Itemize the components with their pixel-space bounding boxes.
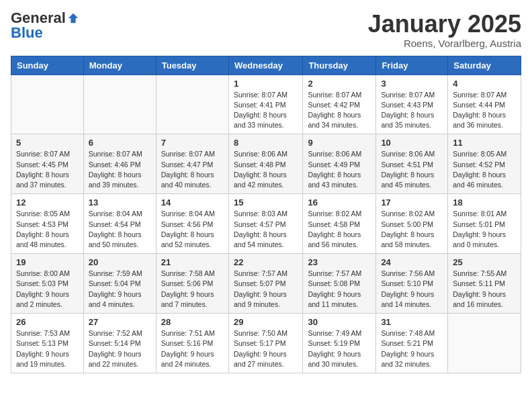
calendar-cell: 4Sunrise: 8:07 AM Sunset: 4:44 PM Daylig… (448, 75, 521, 134)
weekday-header: Saturday (448, 56, 521, 75)
day-info: Sunrise: 8:03 AM Sunset: 4:57 PM Dayligh… (234, 209, 298, 250)
title-block: January 2025 Roens, Vorarlberg, Austria (368, 11, 521, 49)
day-number: 15 (234, 197, 298, 208)
calendar-week-row: 1Sunrise: 8:07 AM Sunset: 4:41 PM Daylig… (11, 75, 521, 134)
day-number: 19 (16, 257, 79, 267)
day-number: 26 (16, 317, 79, 327)
day-number: 4 (453, 79, 516, 89)
day-info: Sunrise: 8:00 AM Sunset: 5:03 PM Dayligh… (16, 269, 79, 310)
calendar-cell: 9Sunrise: 8:06 AM Sunset: 4:49 PM Daylig… (303, 134, 376, 194)
day-info: Sunrise: 8:06 AM Sunset: 4:49 PM Dayligh… (308, 149, 371, 190)
day-number: 5 (16, 138, 79, 148)
day-info: Sunrise: 8:05 AM Sunset: 4:53 PM Dayligh… (16, 209, 79, 250)
day-info: Sunrise: 8:07 AM Sunset: 4:41 PM Dayligh… (234, 90, 298, 131)
day-number: 7 (161, 138, 224, 148)
day-number: 22 (234, 257, 298, 267)
day-info: Sunrise: 8:02 AM Sunset: 4:58 PM Dayligh… (308, 209, 371, 250)
calendar-cell: 17Sunrise: 8:02 AM Sunset: 5:00 PM Dayli… (376, 194, 448, 254)
day-info: Sunrise: 8:07 AM Sunset: 4:47 PM Dayligh… (161, 149, 224, 190)
day-info: Sunrise: 7:55 AM Sunset: 5:11 PM Dayligh… (453, 269, 516, 310)
day-info: Sunrise: 8:04 AM Sunset: 4:56 PM Dayligh… (161, 209, 224, 250)
calendar-cell: 8Sunrise: 8:06 AM Sunset: 4:48 PM Daylig… (228, 134, 302, 194)
day-number: 6 (89, 138, 151, 148)
day-info: Sunrise: 7:51 AM Sunset: 5:16 PM Dayligh… (161, 328, 224, 369)
day-number: 2 (308, 79, 371, 89)
calendar-title: January 2025 (368, 11, 521, 38)
day-info: Sunrise: 7:57 AM Sunset: 5:07 PM Dayligh… (234, 269, 298, 310)
day-info: Sunrise: 8:07 AM Sunset: 4:43 PM Dayligh… (381, 90, 443, 131)
day-info: Sunrise: 7:50 AM Sunset: 5:17 PM Dayligh… (234, 328, 298, 369)
logo-general-text: General (11, 11, 66, 26)
calendar-week-row: 5Sunrise: 8:07 AM Sunset: 4:45 PM Daylig… (11, 134, 521, 194)
calendar-cell: 16Sunrise: 8:02 AM Sunset: 4:58 PM Dayli… (303, 194, 376, 254)
calendar-week-row: 12Sunrise: 8:05 AM Sunset: 4:53 PM Dayli… (11, 194, 521, 254)
day-number: 16 (308, 197, 371, 208)
calendar-cell: 25Sunrise: 7:55 AM Sunset: 5:11 PM Dayli… (448, 254, 521, 314)
day-number: 3 (381, 79, 443, 89)
calendar-cell: 24Sunrise: 7:56 AM Sunset: 5:10 PM Dayli… (376, 254, 448, 314)
calendar-cell: 27Sunrise: 7:52 AM Sunset: 5:14 PM Dayli… (83, 314, 156, 373)
calendar-cell: 14Sunrise: 8:04 AM Sunset: 4:56 PM Dayli… (156, 194, 228, 254)
svg-marker-0 (69, 13, 78, 23)
calendar-cell: 28Sunrise: 7:51 AM Sunset: 5:16 PM Dayli… (156, 314, 228, 373)
day-number: 21 (161, 257, 224, 267)
calendar-cell: 22Sunrise: 7:57 AM Sunset: 5:07 PM Dayli… (228, 254, 302, 314)
calendar-cell: 5Sunrise: 8:07 AM Sunset: 4:45 PM Daylig… (11, 134, 84, 194)
day-info: Sunrise: 7:49 AM Sunset: 5:19 PM Dayligh… (308, 328, 371, 369)
day-number: 14 (161, 197, 224, 208)
day-number: 30 (308, 317, 371, 327)
day-number: 20 (89, 257, 151, 267)
day-info: Sunrise: 7:57 AM Sunset: 5:08 PM Dayligh… (308, 269, 371, 310)
weekday-header: Wednesday (228, 56, 302, 75)
weekday-header: Friday (376, 56, 448, 75)
calendar-cell: 1Sunrise: 8:07 AM Sunset: 4:41 PM Daylig… (228, 75, 302, 134)
calendar-cell: 2Sunrise: 8:07 AM Sunset: 4:42 PM Daylig… (303, 75, 376, 134)
calendar-cell: 12Sunrise: 8:05 AM Sunset: 4:53 PM Dayli… (11, 194, 84, 254)
day-info: Sunrise: 8:04 AM Sunset: 4:54 PM Dayligh… (89, 209, 151, 250)
calendar-cell: 15Sunrise: 8:03 AM Sunset: 4:57 PM Dayli… (228, 194, 302, 254)
logo-icon (67, 12, 79, 24)
day-number: 1 (234, 79, 298, 89)
calendar-cell: 10Sunrise: 8:06 AM Sunset: 4:51 PM Dayli… (376, 134, 448, 194)
day-info: Sunrise: 7:53 AM Sunset: 5:13 PM Dayligh… (16, 328, 79, 369)
day-number: 29 (234, 317, 298, 327)
day-number: 27 (89, 317, 151, 327)
day-number: 9 (308, 138, 371, 148)
calendar-cell: 19Sunrise: 8:00 AM Sunset: 5:03 PM Dayli… (11, 254, 84, 314)
day-info: Sunrise: 8:06 AM Sunset: 4:51 PM Dayligh… (381, 149, 443, 190)
day-number: 24 (381, 257, 443, 267)
calendar-cell (83, 75, 156, 134)
calendar-cell: 6Sunrise: 8:07 AM Sunset: 4:46 PM Daylig… (83, 134, 156, 194)
day-number: 8 (234, 138, 298, 148)
calendar-cell: 29Sunrise: 7:50 AM Sunset: 5:17 PM Dayli… (228, 314, 302, 373)
day-info: Sunrise: 8:02 AM Sunset: 5:00 PM Dayligh… (381, 209, 443, 250)
day-info: Sunrise: 8:07 AM Sunset: 4:45 PM Dayligh… (16, 149, 79, 190)
day-number: 12 (16, 197, 79, 208)
calendar-week-row: 26Sunrise: 7:53 AM Sunset: 5:13 PM Dayli… (11, 314, 521, 373)
weekday-header: Sunday (11, 56, 84, 75)
day-number: 18 (453, 197, 516, 208)
calendar-cell: 26Sunrise: 7:53 AM Sunset: 5:13 PM Dayli… (11, 314, 84, 373)
day-number: 28 (161, 317, 224, 327)
weekday-header-row: SundayMondayTuesdayWednesdayThursdayFrid… (11, 56, 521, 75)
day-number: 13 (89, 197, 151, 208)
calendar-location: Roens, Vorarlberg, Austria (368, 38, 521, 49)
calendar-cell: 30Sunrise: 7:49 AM Sunset: 5:19 PM Dayli… (303, 314, 376, 373)
calendar-cell: 23Sunrise: 7:57 AM Sunset: 5:08 PM Dayli… (303, 254, 376, 314)
calendar-cell: 3Sunrise: 8:07 AM Sunset: 4:43 PM Daylig… (376, 75, 448, 134)
day-info: Sunrise: 8:06 AM Sunset: 4:48 PM Dayligh… (234, 149, 298, 190)
calendar-cell: 18Sunrise: 8:01 AM Sunset: 5:01 PM Dayli… (448, 194, 521, 254)
weekday-header: Tuesday (156, 56, 228, 75)
weekday-header: Thursday (303, 56, 376, 75)
day-info: Sunrise: 7:48 AM Sunset: 5:21 PM Dayligh… (381, 328, 443, 369)
day-number: 31 (381, 317, 443, 327)
logo: General Blue (11, 11, 79, 40)
day-info: Sunrise: 8:07 AM Sunset: 4:44 PM Dayligh… (453, 90, 516, 131)
calendar-cell: 21Sunrise: 7:58 AM Sunset: 5:06 PM Dayli… (156, 254, 228, 314)
calendar-cell: 20Sunrise: 7:59 AM Sunset: 5:04 PM Dayli… (83, 254, 156, 314)
day-number: 11 (453, 138, 516, 148)
day-info: Sunrise: 8:05 AM Sunset: 4:52 PM Dayligh… (453, 149, 516, 190)
calendar-cell: 31Sunrise: 7:48 AM Sunset: 5:21 PM Dayli… (376, 314, 448, 373)
day-number: 10 (381, 138, 443, 148)
calendar-cell: 7Sunrise: 8:07 AM Sunset: 4:47 PM Daylig… (156, 134, 228, 194)
